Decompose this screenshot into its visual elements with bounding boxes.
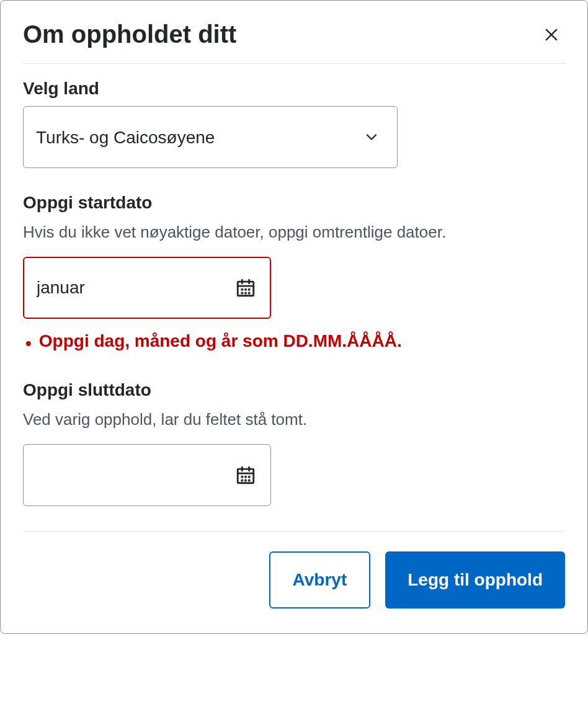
country-select[interactable]: Turks- og Caicosøyene	[23, 106, 398, 168]
start-date-field-group: Oppgi startdato Hvis du ikke vet nøyakti…	[23, 193, 565, 355]
start-date-hint: Hvis du ikke vet nøyaktige datoer, oppgi…	[23, 220, 565, 244]
end-date-input-wrapper	[23, 444, 271, 506]
start-date-label: Oppgi startdato	[23, 193, 565, 213]
close-button[interactable]	[538, 21, 565, 48]
end-date-hint: Ved varig opphold, lar du feltet stå tom…	[23, 408, 565, 432]
dialog-title: Om oppholdet ditt	[23, 20, 236, 48]
country-label: Velg land	[23, 79, 565, 99]
dialog-header: Om oppholdet ditt	[23, 20, 565, 64]
country-field-group: Velg land Turks- og Caicosøyene	[23, 79, 565, 168]
end-date-input[interactable]	[23, 444, 271, 506]
submit-button[interactable]: Legg til opphold	[385, 551, 565, 608]
start-date-error-text: Oppgi dag, måned og år som DD.MM.ÅÅÅÅ.	[39, 331, 402, 351]
start-date-input-wrapper	[23, 257, 271, 319]
error-bullet-icon: •	[25, 331, 32, 355]
cancel-button[interactable]: Avbryt	[269, 551, 371, 608]
start-date-error: • Oppgi dag, måned og år som DD.MM.ÅÅÅÅ.	[23, 331, 565, 355]
start-date-input[interactable]	[23, 257, 271, 319]
end-date-label: Oppgi sluttdato	[23, 380, 565, 400]
dialog-footer: Avbryt Legg til opphold	[23, 531, 565, 608]
country-select-wrapper: Turks- og Caicosøyene	[23, 106, 398, 168]
stay-dialog: Om oppholdet ditt Velg land Turks- og Ca…	[0, 0, 588, 634]
end-date-field-group: Oppgi sluttdato Ved varig opphold, lar d…	[23, 380, 565, 506]
close-icon	[543, 26, 560, 43]
